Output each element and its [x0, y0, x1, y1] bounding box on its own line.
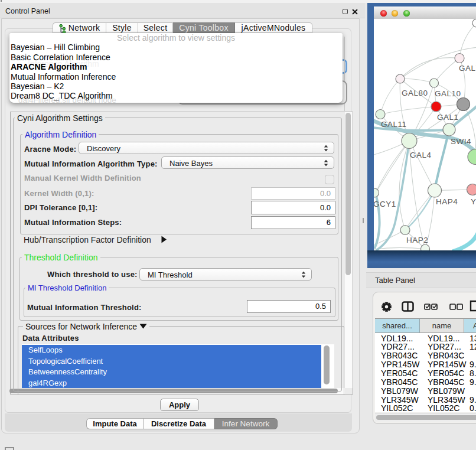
- svg-text:GAL1: GAL1: [437, 113, 459, 122]
- svg-text:GAL11: GAL11: [381, 120, 407, 129]
- svg-text:HAP4: HAP4: [436, 197, 458, 206]
- svg-text:GAL10: GAL10: [435, 89, 461, 98]
- svg-text:GCY1: GCY1: [374, 200, 396, 208]
- svg-text:YE: YE: [471, 197, 476, 206]
- svg-text:HAP2: HAP2: [406, 236, 428, 244]
- svg-text:GAL80: GAL80: [402, 89, 428, 97]
- svg-text:SWI4: SWI4: [451, 137, 471, 146]
- svg-text:GAL7: GAL7: [459, 64, 476, 73]
- svg-text:GAL4: GAL4: [410, 151, 432, 159]
